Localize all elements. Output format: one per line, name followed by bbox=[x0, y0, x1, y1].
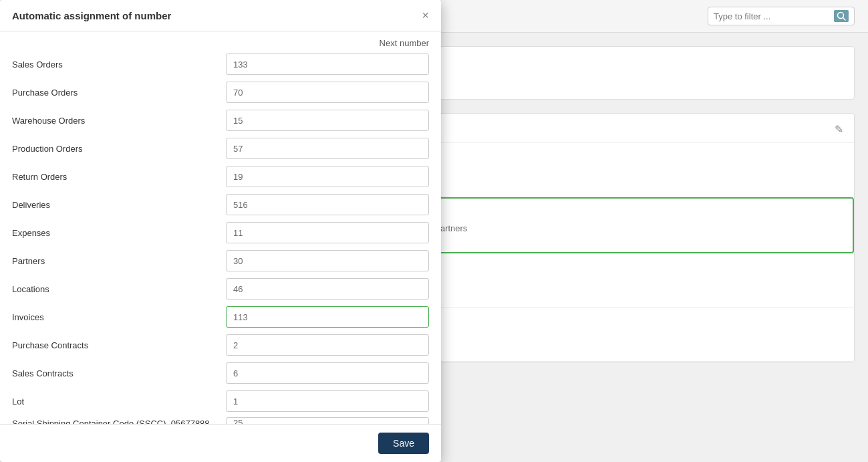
modal-footer: Save bbox=[0, 424, 441, 462]
input-purchase-orders[interactable] bbox=[226, 82, 429, 103]
row-expenses: Expenses bbox=[12, 221, 429, 245]
label-warehouse-orders: Warehouse Orders bbox=[12, 116, 226, 126]
input-sscc-1[interactable] bbox=[226, 417, 429, 424]
row-partners: Partners bbox=[12, 249, 429, 273]
search-button[interactable] bbox=[834, 10, 849, 22]
modal: Automatic assignment of number × Next nu… bbox=[0, 0, 441, 462]
input-return-orders[interactable] bbox=[226, 166, 429, 187]
label-locations: Locations bbox=[12, 284, 226, 294]
row-warehouse-orders: Warehouse Orders bbox=[12, 108, 429, 132]
row-invoices: Invoices bbox=[12, 305, 429, 329]
label-deliveries: Deliveries bbox=[12, 200, 226, 210]
row-deliveries: Deliveries bbox=[12, 193, 429, 217]
label-purchase-contracts: Purchase Contracts bbox=[12, 340, 226, 350]
input-sales-orders[interactable] bbox=[226, 53, 429, 75]
row-purchase-orders: Purchase Orders bbox=[12, 80, 429, 104]
row-sales-orders: Sales Orders bbox=[12, 52, 429, 76]
input-invoices[interactable] bbox=[226, 306, 429, 328]
save-button[interactable]: Save bbox=[378, 433, 429, 454]
label-sales-contracts: Sales Contracts bbox=[12, 368, 226, 378]
filter-input-wrap[interactable] bbox=[708, 7, 855, 25]
edit-icon[interactable]: ✎ bbox=[835, 123, 843, 136]
input-purchase-contracts[interactable] bbox=[226, 334, 429, 356]
label-return-orders: Return Orders bbox=[12, 172, 226, 182]
row-production-orders: Production Orders bbox=[12, 136, 429, 160]
svg-line-1 bbox=[843, 18, 846, 21]
input-locations[interactable] bbox=[226, 278, 429, 300]
input-deliveries[interactable] bbox=[226, 194, 429, 215]
label-partners: Partners bbox=[12, 256, 226, 266]
input-partners[interactable] bbox=[226, 250, 429, 271]
sscc-main-label: Serial Shipping Container Code (SSCC), 0… bbox=[12, 419, 218, 424]
row-purchase-contracts: Purchase Contracts bbox=[12, 333, 429, 357]
input-lot[interactable] bbox=[226, 390, 429, 412]
row-return-orders: Return Orders bbox=[12, 164, 429, 189]
label-sales-orders: Sales Orders bbox=[12, 60, 226, 70]
row-sales-contracts: Sales Contracts bbox=[12, 361, 429, 385]
row-sscc: Serial Shipping Container Code (SSCC), 0… bbox=[12, 417, 429, 424]
modal-body: Next number Sales Orders Purchase Orders… bbox=[0, 31, 441, 424]
label-expenses: Expenses bbox=[12, 228, 226, 238]
modal-title: Automatic assignment of number bbox=[12, 10, 171, 21]
row-lot: Lot bbox=[12, 389, 429, 413]
label-production-orders: Production Orders bbox=[12, 144, 226, 154]
modal-header: Automatic assignment of number × bbox=[0, 0, 441, 31]
label-sscc: Serial Shipping Container Code (SSCC), 0… bbox=[12, 417, 226, 424]
input-production-orders[interactable] bbox=[226, 138, 429, 159]
label-purchase-orders: Purchase Orders bbox=[12, 88, 226, 98]
modal-close-button[interactable]: × bbox=[422, 9, 429, 21]
input-warehouse-orders[interactable] bbox=[226, 110, 429, 131]
filter-input[interactable] bbox=[714, 11, 834, 21]
label-lot: Lot bbox=[12, 396, 226, 407]
row-locations: Locations bbox=[12, 277, 429, 301]
next-number-header: Next number bbox=[12, 31, 429, 52]
input-sales-contracts[interactable] bbox=[226, 362, 429, 384]
label-invoices: Invoices bbox=[12, 312, 226, 322]
input-expenses[interactable] bbox=[226, 222, 429, 243]
